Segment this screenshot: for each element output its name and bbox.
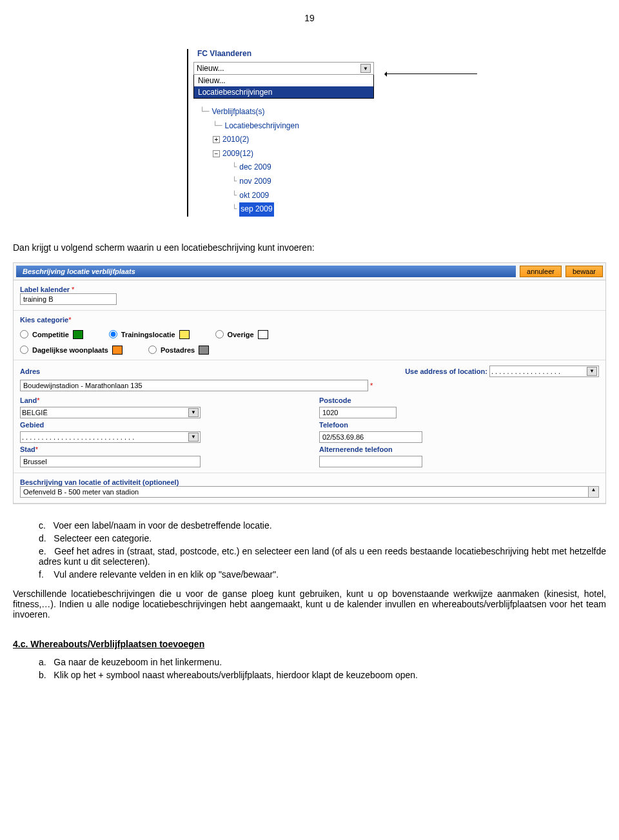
- tree-node-selected[interactable]: sep 2009: [239, 202, 273, 217]
- stad-input[interactable]: [20, 456, 201, 467]
- dropdown-option[interactable]: Locatiebeschrijvingen: [194, 86, 373, 98]
- gebied-value: . . . . . . . . . . . . . . . . . . . . …: [22, 433, 134, 441]
- adres-label: Adres: [20, 367, 40, 375]
- kies-categorie-label: Kies categorie: [20, 316, 68, 324]
- beschrijving-label: Beschrijving van locatie of activiteit (…: [20, 478, 179, 486]
- tree-node[interactable]: 2009(12): [222, 147, 253, 161]
- telefoon-label: Telefoon: [319, 421, 348, 429]
- collapse-icon[interactable]: −: [213, 150, 220, 157]
- swatch-yellow: [179, 330, 190, 339]
- adres-input[interactable]: [20, 380, 368, 391]
- list-item: Klik op het + symbool naast whereabouts/…: [54, 670, 418, 680]
- list-item: Vul andere relevante velden in en klik o…: [54, 569, 279, 580]
- tree-node[interactable]: dec 2009: [239, 161, 271, 175]
- tree-title: FC Vlaanderen: [197, 49, 464, 58]
- land-label: Land: [20, 396, 37, 404]
- tree-nodes: └─Verblijfplaats(s) └─Locatiebeschrijvin…: [200, 105, 464, 217]
- land-value: BELGIË: [22, 409, 48, 416]
- cat-training-label: Trainingslocatie: [121, 331, 175, 338]
- tree-node[interactable]: nov 2009: [239, 175, 271, 189]
- swatch-orange: [112, 346, 123, 355]
- gebied-select[interactable]: . . . . . . . . . . . . . . . . . . . . …: [20, 431, 201, 443]
- list-item: Selecteer een categorie.: [54, 533, 152, 543]
- cat-postadres-label: Postadres: [161, 346, 195, 354]
- swatch-white: [258, 330, 268, 339]
- postcode-label: Postcode: [319, 396, 351, 404]
- cat-postadres-radio[interactable]: [148, 346, 157, 354]
- cat-competitie-radio[interactable]: [20, 330, 28, 338]
- section-heading: 4.c. Whereabouts/Verblijfplaatsen toevoe…: [13, 639, 606, 649]
- cancel-button[interactable]: annuleer: [520, 266, 562, 277]
- chevron-down-icon[interactable]: ▼: [188, 408, 199, 417]
- form-title: Beschrijving locatie verblijfplaats: [16, 266, 516, 277]
- chevron-down-icon[interactable]: ▼: [587, 367, 597, 376]
- beschrijving-input[interactable]: [20, 486, 589, 498]
- dropdown-value: Nieuw...: [197, 64, 224, 73]
- cat-overige-label: Overige: [228, 331, 254, 338]
- list-item: Voer een label/naam in voor de desbetref…: [54, 520, 272, 531]
- land-select[interactable]: BELGIË▼: [20, 407, 201, 418]
- stad-label: Stad: [20, 445, 35, 453]
- cat-training-radio[interactable]: [109, 330, 117, 338]
- alt-telefoon-label: Alternerende telefoon: [319, 445, 393, 453]
- save-button[interactable]: bewaar: [565, 266, 603, 277]
- swatch-gray: [199, 346, 209, 355]
- paragraph: Verschillende locatiebeschrijvingen die …: [13, 589, 606, 620]
- cat-dagelijkse-radio[interactable]: [20, 346, 28, 354]
- postcode-input[interactable]: [319, 407, 397, 418]
- swatch-green: [73, 330, 83, 339]
- label-kalender-input[interactable]: [20, 293, 117, 305]
- tree-dropdown[interactable]: Nieuw... ▼ Nieuw... Locatiebeschrijvinge…: [193, 62, 374, 99]
- label-kalender-label: Label kalender: [20, 286, 70, 293]
- use-loc-label: Use address of location:: [405, 367, 487, 375]
- page-number: 19: [13, 13, 606, 23]
- form-panel: Beschrijving locatie verblijfplaats annu…: [13, 262, 606, 504]
- tree-panel: FC Vlaanderen Nieuw... ▼ Nieuw... Locati…: [193, 49, 464, 217]
- tree-node[interactable]: Locatiebeschrijvingen: [224, 119, 299, 133]
- chevron-down-icon[interactable]: ▼: [360, 64, 371, 73]
- cat-competitie-label: Competitie: [32, 331, 69, 338]
- scroll-up-icon[interactable]: ▲: [589, 486, 599, 498]
- list-item: Ga naar de keuzeboom in het linkermenu.: [54, 657, 222, 667]
- list-item: Geef het adres in (straat, stad, postcod…: [39, 546, 606, 567]
- tree-node[interactable]: Verblijfplaats(s): [211, 105, 264, 119]
- tree-node[interactable]: okt 2009: [239, 189, 269, 203]
- arrow-annotation: [387, 73, 477, 74]
- dropdown-option[interactable]: Nieuw...: [194, 75, 373, 86]
- document-body: c. Voer een label/naam in voor de desbet…: [13, 520, 606, 680]
- alt-telefoon-input[interactable]: [319, 456, 422, 467]
- intro-text: Dan krijgt u volgend scherm waarin u een…: [13, 242, 606, 253]
- expand-icon[interactable]: +: [213, 136, 220, 143]
- use-loc-value[interactable]: . . . . . . . . . . . . . . . . . .: [491, 367, 560, 375]
- chevron-down-icon[interactable]: ▼: [188, 433, 199, 442]
- tree-node[interactable]: 2010(2): [222, 133, 249, 147]
- gebied-label: Gebied: [20, 421, 44, 429]
- cat-overige-radio[interactable]: [215, 330, 224, 338]
- cat-dagelijkse-label: Dagelijkse woonplaats: [32, 346, 108, 354]
- telefoon-input[interactable]: [319, 431, 422, 443]
